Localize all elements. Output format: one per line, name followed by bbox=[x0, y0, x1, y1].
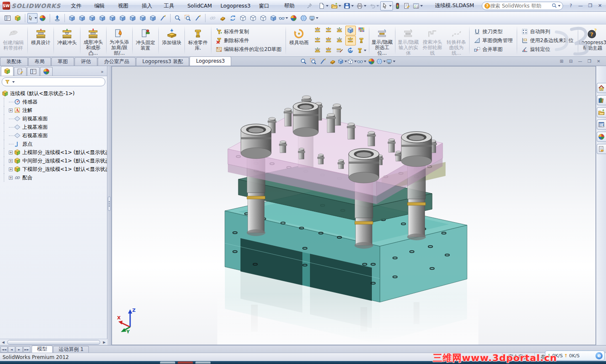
station-icon-6[interactable] bbox=[334, 36, 345, 45]
zoom-area-icon[interactable] bbox=[183, 13, 193, 23]
auto-pattern-button[interactable]: 自动阵列 bbox=[520, 27, 575, 36]
menu-视图(V)[interactable]: 视图(V) bbox=[114, 1, 138, 11]
undo-icon[interactable] bbox=[368, 1, 380, 11]
design-library-icon[interactable] bbox=[597, 95, 606, 105]
color-stations-icon[interactable] bbox=[356, 26, 367, 35]
scroll-left-icon[interactable]: ◀ bbox=[0, 340, 6, 345]
menu-帮助(H)[interactable]: 帮助(H) bbox=[280, 1, 304, 11]
menu-pin-icon[interactable] bbox=[307, 3, 313, 9]
delete-standard-button[interactable]: 删除标准件 bbox=[214, 36, 283, 45]
tree-item[interactable]: 上视基准面 bbox=[2, 123, 107, 131]
restore-button[interactable]: ❐ bbox=[586, 2, 595, 10]
tab-scroll-1[interactable]: ◄ bbox=[8, 346, 15, 353]
options-icon[interactable] bbox=[411, 1, 424, 11]
search-icon[interactable] bbox=[552, 3, 557, 8]
screen-layout-icon[interactable] bbox=[3, 13, 13, 23]
station-icon-1[interactable] bbox=[312, 26, 323, 35]
zoom-fit-icon[interactable] bbox=[173, 13, 183, 23]
tree-filter-bar[interactable] bbox=[2, 77, 105, 86]
rotate-view-icon[interactable] bbox=[228, 13, 238, 23]
display-no-hidden-icon[interactable] bbox=[258, 13, 268, 23]
punch-shoulder-button[interactable]: 为冲头添加肩/跟部/... bbox=[107, 24, 131, 56]
view-cube-toggle-icon[interactable] bbox=[345, 26, 356, 35]
zoom-selection-icon[interactable] bbox=[318, 58, 328, 65]
menu-工具(T)[interactable]: 工具(T) bbox=[160, 1, 183, 11]
tab-运动算例 1[interactable]: 运动算例 1 bbox=[53, 346, 89, 353]
menu-SolidCAM[interactable]: SolidCAM bbox=[183, 1, 216, 11]
hide-show-items-icon[interactable] bbox=[357, 58, 366, 65]
solidworks-resources-icon[interactable] bbox=[597, 83, 606, 93]
print-icon[interactable] bbox=[355, 1, 368, 11]
die-design-button[interactable]: 模具设计 bbox=[29, 24, 53, 56]
search-input[interactable] bbox=[490, 3, 552, 9]
station-icon-9[interactable] bbox=[334, 46, 345, 56]
apply-scene-icon[interactable] bbox=[376, 58, 386, 65]
tree-item[interactable]: 原点 bbox=[2, 140, 107, 148]
search-caret-icon[interactable] bbox=[558, 5, 561, 7]
station-icon-2[interactable] bbox=[323, 26, 334, 35]
station-icon-7[interactable] bbox=[312, 46, 323, 56]
select-icon[interactable] bbox=[380, 1, 393, 11]
menu-窗口(W)[interactable]: 窗口(W) bbox=[255, 1, 280, 11]
view-orientation-icon[interactable] bbox=[338, 58, 347, 65]
display-style-icon[interactable] bbox=[347, 58, 357, 65]
view-palette-icon[interactable] bbox=[597, 120, 606, 130]
search-box[interactable]: ? bbox=[482, 2, 563, 10]
select-arrow-icon[interactable] bbox=[27, 13, 37, 23]
station-icon-4[interactable] bbox=[312, 36, 323, 45]
zoom-selection-icon[interactable] bbox=[193, 13, 203, 23]
apply-scene-icon[interactable] bbox=[299, 13, 309, 23]
window-left-pane-icon[interactable]: ⊞ bbox=[558, 58, 566, 64]
minimize-button[interactable]: — bbox=[576, 2, 585, 10]
forming-punch-button[interactable]: 成形冲头和成形凸... bbox=[81, 24, 105, 56]
panel-splitter[interactable] bbox=[107, 66, 112, 345]
die-animation-button[interactable]: 模具动画 bbox=[287, 24, 311, 56]
tab-Logopress3 装配[interactable]: Logopress3 装配 bbox=[136, 57, 189, 66]
add-insert-button[interactable]: 添加镶块 bbox=[160, 24, 184, 56]
tab-装配体[interactable]: 装配体 bbox=[0, 57, 28, 66]
rebuild-icon[interactable] bbox=[393, 1, 402, 11]
model-3d-view[interactable] bbox=[112, 66, 596, 345]
view-settings-icon[interactable] bbox=[386, 58, 395, 65]
tree-item[interactable]: +A注解 bbox=[2, 106, 107, 114]
tab-Logopress3[interactable]: Logopress3 bbox=[190, 56, 231, 66]
tab-模型[interactable]: 模型 bbox=[32, 345, 53, 353]
tree-item[interactable]: +下模部分_连续模<1> (默认<显示状态- bbox=[2, 165, 107, 173]
punch-toggle-icon[interactable] bbox=[345, 36, 356, 45]
view-left-icon[interactable] bbox=[87, 13, 97, 23]
show-hide-stations-button[interactable]: 显示/隐藏所选工位... bbox=[370, 24, 394, 56]
menu-Logopress3[interactable]: Logopress3 bbox=[216, 1, 254, 11]
tree-item[interactable]: 传感器 bbox=[2, 98, 107, 106]
display-wireframe-icon[interactable] bbox=[238, 13, 248, 23]
tab-scroll-3[interactable]: ►► bbox=[23, 346, 30, 353]
tree-root-item[interactable]: 连续模 (默认<显示状态-1>) bbox=[2, 89, 107, 98]
new-document-icon[interactable] bbox=[317, 1, 330, 11]
file-properties-icon[interactable] bbox=[402, 1, 411, 11]
standard-toggle-icon[interactable] bbox=[356, 36, 367, 45]
view-dimetric-icon[interactable] bbox=[148, 13, 158, 23]
standard-parts-button[interactable]: 标准零件库. bbox=[186, 24, 210, 56]
tree-item[interactable]: 右视基准面 bbox=[2, 131, 107, 140]
menu-插入(I)[interactable]: 插入(I) bbox=[138, 1, 160, 11]
view-back-icon[interactable] bbox=[77, 13, 87, 23]
ie-icon[interactable]: e bbox=[595, 352, 603, 359]
orientation-icon[interactable] bbox=[52, 13, 62, 23]
doc-restore-button[interactable]: ❐ bbox=[585, 58, 593, 64]
tree-item[interactable]: +中间部分_连续模<1> (默认<显示状态- bbox=[2, 157, 107, 165]
view-settings-icon[interactable] bbox=[309, 13, 319, 23]
cutting-punch-button[interactable]: 冲裁冲头 bbox=[55, 24, 79, 56]
tab-草图[interactable]: 草图 bbox=[51, 57, 74, 66]
station-icon-5[interactable] bbox=[323, 36, 334, 45]
tree-item[interactable]: +配合 bbox=[2, 173, 107, 182]
edit-2d-sketch-button[interactable]: 编辑标准件的定位2D草图 bbox=[214, 45, 283, 53]
standard-menu-icon[interactable] bbox=[356, 46, 367, 56]
station-icon-3[interactable] bbox=[334, 26, 345, 35]
tab-布局[interactable]: 布局 bbox=[28, 57, 51, 66]
logopress-help-button[interactable]: ??Logopress3 帮助主题 bbox=[579, 24, 606, 56]
scroll-right-icon[interactable]: ▶ bbox=[101, 340, 107, 345]
close-button[interactable]: ✕ bbox=[595, 2, 604, 10]
doc-minimize-button[interactable]: — bbox=[576, 58, 584, 64]
menu-编辑(E)[interactable]: 编辑(E) bbox=[90, 1, 114, 11]
link-views-icon[interactable] bbox=[208, 13, 218, 23]
graphics-viewport[interactable]: Z X Y bbox=[112, 66, 596, 345]
